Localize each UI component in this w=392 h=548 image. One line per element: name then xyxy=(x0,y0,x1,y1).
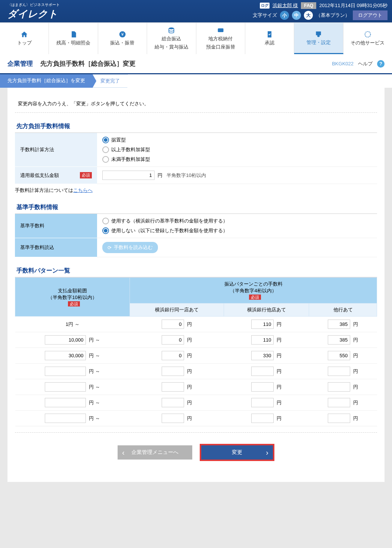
range-suffix: 円 ～ xyxy=(87,384,100,390)
main-nav: トップ 残高・明細照会 ¥ 振込・振替 総合振込 給与・賞与振込 地方税納付 預… xyxy=(0,22,392,54)
nav-approval[interactable]: 承認 xyxy=(245,23,294,54)
back-button-label: 企業管理メニューへ xyxy=(131,449,178,456)
radio-miman[interactable]: 未満手数料加算型 xyxy=(102,156,372,163)
nav-label-line1: 総合振込 xyxy=(162,35,181,42)
range-input[interactable] xyxy=(45,335,86,345)
radio-use-base[interactable]: 使用する（横浜銀行の基準手数料の金額を使用する） xyxy=(102,218,372,224)
fee-input-otherbank[interactable] xyxy=(328,382,350,392)
radio-icon xyxy=(102,156,109,163)
table-row: 円 ～ 円 円 円 xyxy=(15,332,377,348)
nav-label: 残高・明細照会 xyxy=(56,40,90,46)
user-name-link[interactable]: 浜銀太郎 様 xyxy=(273,2,298,9)
font-size-small-button[interactable]: 小 xyxy=(280,11,289,20)
unit-yen: 円 xyxy=(352,415,358,421)
base-fee-label: 基準手数料 xyxy=(15,214,97,238)
fee-input-same[interactable] xyxy=(162,351,184,360)
page-title: 先方負担手数料［総合振込］変更 xyxy=(40,59,136,68)
fee-input-same[interactable] xyxy=(162,398,184,407)
range-input[interactable] xyxy=(45,398,86,407)
fee-input-otherbank[interactable] xyxy=(328,335,350,345)
nav-tax[interactable]: 地方税納付 預金口座振替 xyxy=(196,23,245,54)
range-suffix: 円 ～ xyxy=(87,353,100,358)
unit-yen: 円 xyxy=(275,384,281,390)
font-size-medium-button[interactable]: 中 xyxy=(292,11,301,20)
fee-input-otherbranch[interactable] xyxy=(251,351,274,360)
fee-input-same[interactable] xyxy=(162,335,184,345)
radio-icon xyxy=(102,146,109,153)
circle-icon xyxy=(364,31,371,38)
fee-input-otherbranch[interactable] xyxy=(251,335,274,345)
note-link[interactable]: こちらへ xyxy=(73,187,93,193)
fee-input-same[interactable] xyxy=(162,414,184,423)
range-input[interactable] xyxy=(45,351,86,360)
col-range-label2: （半角数字10桁以内） xyxy=(18,294,127,301)
fee-input-otherbank[interactable] xyxy=(328,398,350,407)
unit-yen: 円 xyxy=(186,368,192,374)
radio-no-base[interactable]: 使用しない（以下に登録した手数料金額を使用する） xyxy=(102,227,372,234)
fee-input-otherbranch[interactable] xyxy=(251,382,274,392)
reload-icon: ⟳ xyxy=(108,245,112,250)
unit-yen: 円 xyxy=(186,321,192,327)
radio-sueoki[interactable]: 据置型 xyxy=(102,137,372,143)
fee-input-otherbranch[interactable] xyxy=(251,367,274,376)
radio-ijou[interactable]: 以上手数料加算型 xyxy=(102,146,372,153)
unit-yen: 円 xyxy=(186,384,192,390)
range-input[interactable] xyxy=(45,367,86,376)
nav-bulk-transfer[interactable]: 総合振込 給与・賞与振込 xyxy=(147,23,196,54)
card-icon xyxy=(217,27,224,34)
fee-input-otherbank[interactable] xyxy=(328,367,350,376)
check-doc-icon xyxy=(266,31,273,38)
range-input[interactable] xyxy=(45,414,86,423)
min-amount-label: 適用最低支払金額 xyxy=(20,172,59,178)
nav-transfer[interactable]: ¥ 振込・振替 xyxy=(98,23,147,54)
fee-input-otherbranch[interactable] xyxy=(251,320,274,329)
nav-other[interactable]: その他サービス xyxy=(343,23,392,54)
unit-yen: 円 xyxy=(158,172,162,178)
nav-label-line2: 預金口座振替 xyxy=(206,44,235,50)
logout-button[interactable]: ログアウト xyxy=(353,10,388,20)
unit-yen: 円 xyxy=(352,353,358,358)
radio-icon xyxy=(102,218,109,224)
fee-input-otherbranch[interactable] xyxy=(251,414,274,423)
required-badge: 必須 xyxy=(68,301,80,306)
col-other-bank: 他行あて xyxy=(309,303,377,317)
unit-yen: 円 xyxy=(352,337,358,343)
nav-admin[interactable]: 管理・設定 xyxy=(294,23,343,54)
radio-label: 使用しない（以下に登録した手数料金額を使用する） xyxy=(111,227,228,234)
document-icon xyxy=(70,31,77,38)
table-row: 円 ～ 円 円 円 xyxy=(15,395,377,411)
load-fee-button[interactable]: ⟳ 手数料を読み込む xyxy=(102,242,158,253)
unit-yen: 円 xyxy=(275,321,281,327)
unit-yen: 円 xyxy=(352,368,358,374)
nav-label: その他サービス xyxy=(351,40,385,46)
nav-top[interactable]: トップ xyxy=(0,23,49,54)
unit-yen: 円 xyxy=(352,400,358,405)
faq-button[interactable]: FAQ xyxy=(301,2,316,9)
unit-yen: 円 xyxy=(275,400,281,405)
range-suffix: 円 ～ xyxy=(87,368,100,374)
help-icon[interactable]: ? xyxy=(377,60,385,68)
fee-input-otherbank[interactable] xyxy=(328,320,350,329)
svg-text:¥: ¥ xyxy=(121,32,124,37)
range-input[interactable] xyxy=(45,382,86,392)
fee-input-same[interactable] xyxy=(162,367,184,376)
svg-point-6 xyxy=(365,32,370,37)
fee-input-otherbranch[interactable] xyxy=(251,398,274,407)
range-suffix: 円 ～ xyxy=(87,337,100,343)
fee-input-same[interactable] xyxy=(162,320,184,329)
datetime-label: 2012年11月14日 09時31分05秒 xyxy=(319,2,388,9)
font-size-large-button[interactable]: 大 xyxy=(304,11,313,20)
help-link[interactable]: ヘルプ xyxy=(358,60,373,67)
back-button[interactable]: 企業管理メニューへ xyxy=(118,445,192,460)
submit-button[interactable]: 変更 xyxy=(200,444,274,461)
col-fee-label2: （半角数字4桁以内） xyxy=(133,287,374,294)
logo[interactable]: 〈はまぎん〉ビジネスサポート ダイレクト xyxy=(7,2,60,21)
nav-balance[interactable]: 残高・明細照会 xyxy=(49,23,98,54)
fee-input-otherbank[interactable] xyxy=(328,351,350,360)
fee-input-otherbank[interactable] xyxy=(328,414,350,423)
min-amount-input[interactable] xyxy=(102,171,155,180)
nav-label-line2: 給与・賞与振込 xyxy=(155,44,189,50)
intro-text: 変更内容を入力のうえ、「変更」ボタンを押してください。 xyxy=(15,95,377,113)
fee-input-same[interactable] xyxy=(162,382,184,392)
svg-point-2 xyxy=(169,28,174,29)
